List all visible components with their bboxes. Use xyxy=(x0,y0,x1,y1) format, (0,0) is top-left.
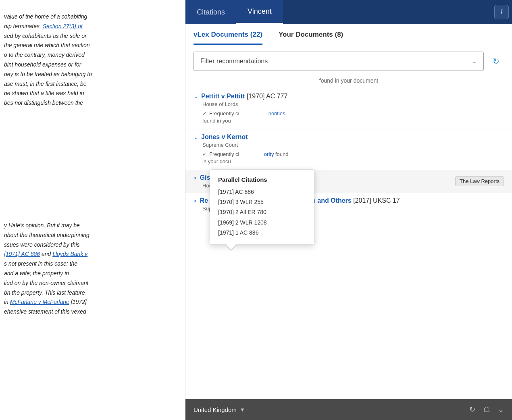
jones-check-icon: ✓ xyxy=(202,151,207,157)
left-panel: value of the home of a cohabiting hip te… xyxy=(0,0,185,420)
country-chevron-icon: ▼ xyxy=(240,407,245,413)
case-header-jones: ⌄ Jones v Kernot xyxy=(194,133,504,141)
jones-sub-row1: ✓ Frequently ci ority found xyxy=(202,151,504,157)
filter-label: Filter recommendations xyxy=(200,58,268,65)
pettitt-sub-row1: ✓ Frequently ci norities xyxy=(202,110,504,116)
sub-tab-vlex[interactable]: vLex Documents (22) xyxy=(194,31,262,45)
jones-sub: ✓ Frequently ci ority found in your docu xyxy=(202,151,504,164)
info-button[interactable]: i xyxy=(494,5,509,19)
case-header-pettitt: ⌄ Pettitt v Pettitt [1970] AC 777 xyxy=(194,93,504,100)
section-link[interactable]: Section 27(3) of xyxy=(43,23,83,29)
pettitt-citation: [1970] AC 777 xyxy=(247,93,287,100)
country-selector[interactable]: United Kingdom ▼ xyxy=(194,406,245,413)
left-text-top: value of the home of a cohabiting hip te… xyxy=(4,12,177,108)
pettitt-sub: ✓ Frequently ci norities found in you xyxy=(202,110,504,124)
user-icon[interactable]: ☖ xyxy=(483,405,490,414)
tooltip-title: Parallel Citations xyxy=(218,176,306,183)
bottom-bar: United Kingdom ▼ ↻ ☖ ⌄ xyxy=(185,399,512,420)
pettitt-sub-text2: found in you xyxy=(202,118,231,124)
country-label: United Kingdom xyxy=(194,406,237,413)
filter-chevron-icon: ⌄ xyxy=(472,58,477,64)
tooltip-item-1: [1971] AC 886 xyxy=(218,187,306,197)
jones-chevron-icon[interactable]: ⌄ xyxy=(194,134,198,140)
sub-tab-your-docs[interactable]: Your Documents (8) xyxy=(279,31,343,45)
sub-tabs: vLex Documents (22) Your Documents (8) xyxy=(185,24,512,45)
left-text-bottom: y Hale's opinion. But it may be nbout th… xyxy=(4,221,177,317)
filter-bar: Filter recommendations ⌄ ↻ xyxy=(194,52,504,71)
jackson-chevron-icon[interactable]: > xyxy=(194,198,197,204)
refresh-button[interactable]: ↻ xyxy=(488,53,504,69)
tooltip-item-4: [1969] 2 WLR 1208 xyxy=(218,218,306,228)
jones-court: Supreme Court xyxy=(202,142,504,148)
found-label: found in your document xyxy=(185,77,512,84)
pettitt-check-icon: ✓ xyxy=(202,110,207,116)
law-reports-badge: The Law Reports xyxy=(455,176,504,186)
pettitt-sub-row2: found in you xyxy=(202,118,504,124)
right-panel: Citations Vincent i vLex Documents (22) … xyxy=(185,0,512,420)
tooltip-item-5: [1971] 1 AC 886 xyxy=(218,228,306,238)
tooltip-arrow xyxy=(226,244,236,250)
lloyds-link[interactable]: Lloyds Bank v xyxy=(52,251,87,257)
expand-icon[interactable]: ⌄ xyxy=(498,405,504,414)
tabs-header: Citations Vincent i xyxy=(185,0,512,24)
refresh-bottom-icon[interactable]: ↻ xyxy=(469,405,475,414)
pettitt-chevron-icon[interactable]: ⌄ xyxy=(194,94,198,100)
pettitt-sub-text1: Frequently ci norities xyxy=(209,110,285,116)
pettitt-link[interactable]: Pettitt v Pettitt xyxy=(201,93,245,100)
filter-dropdown[interactable]: Filter recommendations ⌄ xyxy=(194,52,484,71)
pettitt-court: House of Lords xyxy=(202,101,504,107)
jones-case-name: Jones v Kernot xyxy=(201,133,248,141)
content-area: Filter recommendations ⌄ ↻ found in your… xyxy=(185,45,512,399)
ac886-link[interactable]: [1971] AC 886 xyxy=(4,251,40,257)
mcfarlane-link[interactable]: McFarlane v McFarlane xyxy=(10,299,69,305)
pettitt-case-name: Pettitt v Pettitt [1970] AC 777 xyxy=(201,93,287,100)
jones-sub-row2: in your docu xyxy=(202,158,504,164)
parallel-citations-tooltip: Parallel Citations [1971] AC 886 [1970] … xyxy=(210,169,314,245)
tooltip-item-2: [1970] 3 WLR 255 xyxy=(218,197,306,207)
case-item-jones: ⌄ Jones v Kernot Supreme Court ✓ Frequen… xyxy=(185,129,512,170)
tab-vincent[interactable]: Vincent xyxy=(236,0,283,24)
jones-sub-text2: in your docu xyxy=(202,158,231,164)
tab-citations[interactable]: Citations xyxy=(185,0,236,24)
jones-link[interactable]: Jones v Kernot xyxy=(201,133,248,140)
tooltip-item-3: [1970] 2 All ER 780 xyxy=(218,207,306,217)
jackson-citation: [2017] UKSC 17 xyxy=(353,197,400,204)
bottom-right-icons: ↻ ☖ ⌄ xyxy=(469,405,504,414)
case-item-pettitt: ⌄ Pettitt v Pettitt [1970] AC 777 House … xyxy=(185,89,512,129)
gissing-chevron-icon[interactable]: > xyxy=(194,175,197,181)
jones-sub-text1: Frequently ci ority found xyxy=(209,151,289,157)
